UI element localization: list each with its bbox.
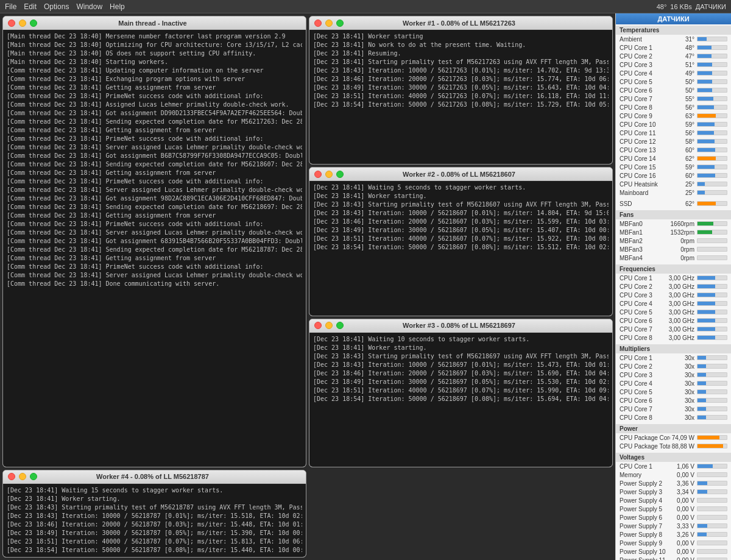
sensor-row: MBFan4 0rpm (616, 253, 731, 262)
sensor-bar-container (697, 389, 727, 394)
sensor-label: CPU Core 5 (620, 309, 669, 316)
sensor-bar-container (697, 284, 727, 289)
sensor-value: 56° (670, 130, 694, 136)
sensor-bar-container (697, 96, 727, 101)
worker1-title: Worker #1 - 0.08% of LL M56217263 (311, 19, 607, 27)
sensors-label: ДАТЧИКИ (696, 3, 726, 10)
sensor-label: CPU Core 11 (620, 130, 670, 136)
worker4-content[interactable]: [Dec 23 18:41] Waiting 15 seconds to sta… (3, 484, 306, 557)
sensor-label: CPU Core 2 (620, 363, 670, 370)
sensor-bar (697, 490, 707, 494)
sensor-bar (697, 390, 706, 394)
sensor-label: CPU Core 1 (620, 275, 669, 282)
sensor-bar (697, 37, 707, 41)
ssd-section: SSD 62° (616, 198, 731, 209)
sensor-value: 74,09 W (670, 434, 694, 441)
sensor-value: 88,88 W (670, 443, 694, 450)
log-line: [Dec 23 18:46] Iteration: 20000 / 562187… (7, 520, 302, 529)
log-line: [Comm thread Dec 23 18:41] Assigned Luca… (7, 101, 302, 109)
log-line: [Dec 23 18:41] Waiting 15 seconds to sta… (7, 486, 302, 495)
log-line: [Dec 23 18:54] Iteration: 50000 / 562172… (313, 101, 609, 109)
sensor-bar-container (697, 406, 727, 411)
sensor-value: 55° (670, 96, 694, 102)
sensor-label: SSD (620, 200, 670, 207)
sensor-row: CPU Core 3 51° (616, 60, 731, 69)
log-line: [Dec 23 18:43] Iteration: 10000 / 562186… (313, 361, 609, 369)
sensor-value: 51° (670, 62, 694, 68)
sensor-bar-container (697, 238, 727, 243)
log-line: [Dec 23 18:41] No work to do at the pres… (313, 41, 609, 49)
sensor-value: 25° (670, 190, 694, 196)
sensor-bar-container (697, 221, 727, 226)
sensor-bar-container (697, 541, 727, 545)
worker4-title: Worker #4 - 0.08% of LL M56218787 (4, 473, 301, 480)
sensor-bar (697, 148, 715, 152)
log-line: [Dec 23 18:43] Starting primality test o… (313, 200, 609, 209)
sensor-bar (697, 131, 714, 135)
menu-window[interactable]: Window (76, 2, 102, 11)
menu-options[interactable]: Options (44, 2, 69, 11)
sensor-value: 30x (670, 406, 694, 413)
worker3-content[interactable]: [Dec 23 18:41] Waiting 10 seconds to sta… (309, 333, 612, 467)
sensor-row: CPU Heatsink 25° (616, 180, 731, 188)
sensor-row: CPU Core 1 48° (616, 43, 731, 52)
sensor-row: CPU Core 5 3,00 GHz (616, 308, 731, 316)
log-line: [Comm thread Dec 23 18:41] Sending expec… (7, 118, 302, 126)
menu-file[interactable]: File (5, 2, 16, 11)
sensor-bar (697, 276, 715, 280)
sensor-value: 58° (670, 138, 694, 145)
menu-edit[interactable]: Edit (24, 2, 37, 11)
sensor-label: Memory (620, 472, 670, 478)
log-line: [Comm thread Dec 23 18:41] Getting assig… (7, 254, 302, 263)
sensor-bar-container (697, 113, 727, 118)
worker4-window: Worker #4 - 0.08% of LL M56218787 [Dec 2… (2, 470, 306, 558)
sensor-value: 0rpm (670, 255, 694, 261)
sensor-label: CPU Core 7 (620, 96, 670, 102)
sensor-label: CPU Core 1 (620, 44, 670, 51)
sensor-value: 3,00 GHz (669, 292, 694, 299)
sensor-label: CPU Core 6 (620, 87, 670, 94)
sensor-bar-container (697, 481, 727, 486)
worker1-content[interactable]: [Dec 23 18:41] Worker starting[Dec 23 18… (309, 30, 612, 164)
sensor-row: CPU Package Total 88,88 W (616, 442, 731, 450)
sensor-bar-container (697, 255, 727, 260)
log-line: [Comm thread Dec 23 18:41] PrimeNet succ… (7, 220, 302, 229)
log-line: [Dec 23 18:49] Iteration: 30000 / 562186… (313, 378, 609, 386)
sensor-label: Mainboard (620, 190, 670, 196)
log-line: [Comm thread Dec 23 18:41] Getting assig… (7, 126, 302, 135)
sensor-bar (697, 222, 713, 225)
sensor-bar-container (697, 498, 727, 503)
sensor-bar-container (697, 45, 727, 50)
log-line: [Dec 23 18:41] Waiting 10 seconds to sta… (313, 335, 609, 344)
sensor-label: CPU Core 7 (620, 326, 669, 333)
sensor-bar-container (697, 247, 727, 252)
menu-help[interactable]: Help (110, 2, 125, 11)
sensor-row: CPU Core 14 62° (616, 154, 731, 163)
sensor-value: 3,00 GHz (669, 309, 694, 316)
log-line: [Dec 23 18:41] Resuming. (313, 49, 609, 58)
content-area: Main thread - Inactive [Main thread Dec … (0, 13, 615, 560)
sensor-bar-container (697, 515, 727, 520)
log-line: [Comm thread Dec 23 18:41] Server assign… (7, 271, 302, 280)
sensor-value: 0,00 V (670, 497, 694, 504)
sensor-bar-container (697, 79, 727, 84)
sensor-bar (697, 436, 719, 439)
sensor-value: 3,00 GHz (669, 283, 694, 290)
sensor-value: 50° (670, 79, 694, 85)
sensor-label: Ambient (620, 36, 670, 43)
sensor-label: CPU Core 7 (620, 406, 670, 413)
worker2-content[interactable]: [Dec 23 18:41] Waiting 5 seconds to stag… (309, 181, 612, 315)
log-line: [Main thread Dec 23 18:40] OS does not s… (7, 49, 302, 58)
sensor-value: 59° (670, 164, 694, 171)
sensor-bar-container (697, 381, 727, 386)
worker1-titlebar: Worker #1 - 0.08% of LL M56217263 (309, 16, 612, 30)
sensor-bar-container (697, 398, 727, 403)
sensor-value: 50° (670, 87, 694, 94)
sensor-bar (697, 373, 706, 377)
log-line: [Comm thread Dec 23 18:41] Done communic… (7, 280, 302, 288)
sensor-bar (697, 105, 714, 109)
sensor-label: CPU Core 3 (620, 292, 669, 299)
log-line: [Dec 23 18:54] Iteration: 50000 / 562187… (7, 546, 302, 555)
sensor-bar (697, 230, 712, 234)
main-thread-content[interactable]: [Main thread Dec 23 18:40] Mersenne numb… (3, 30, 306, 467)
